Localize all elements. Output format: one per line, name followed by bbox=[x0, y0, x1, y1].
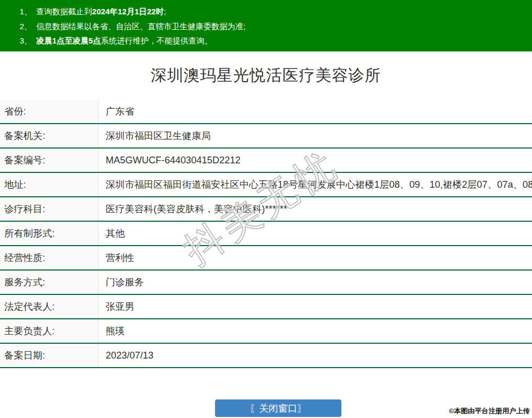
row-label: 服务方式: bbox=[0, 271, 99, 294]
title-section: 深圳澳玛星光悦活医疗美容诊所 bbox=[0, 51, 532, 100]
notice-line: 1、查询数据截止到2024年12月1日22时; bbox=[20, 4, 527, 19]
notice-text-bold: 2024年12月1日22时 bbox=[92, 7, 164, 16]
row-label: 备案机关: bbox=[0, 124, 99, 147]
notice-text-bold: 凌晨1点至凌晨5点 bbox=[36, 36, 101, 45]
row-value: 门诊服务 bbox=[99, 271, 532, 294]
row-label: 诊疗科目: bbox=[0, 197, 99, 221]
row-label: 所有制形式: bbox=[0, 222, 99, 245]
notice-text: ; bbox=[164, 7, 166, 16]
row-label: 地址: bbox=[0, 173, 99, 196]
row-value: 深圳市福田区福田街道福安社区中心五路18号星河发展中心裙楼1层08、09、10,… bbox=[99, 173, 532, 196]
table-row: 服务方式: 门诊服务 bbox=[0, 271, 532, 295]
info-table: 省份: 广东省 备案机关: 深圳市福田区卫生健康局 备案编号: MA5GWUCF… bbox=[0, 100, 532, 368]
table-row: 备案编号: MA5GWUCF-644030415D2212 bbox=[0, 149, 532, 173]
registration-info-page: 1、查询数据截止到2024年12月1日22时; 2、信息数据结果以各省、自治区、… bbox=[0, 0, 532, 418]
notice-line: 3、凌晨1点至凌晨5点系统进行维护，不能提供查询。 bbox=[20, 33, 527, 48]
notice-text: 系统进行维护，不能提供查询。 bbox=[101, 36, 212, 45]
row-label: 省份: bbox=[0, 100, 99, 123]
notice-line-number: 3、 bbox=[20, 36, 32, 45]
notice-text: 信息数据结果以各省、自治区、直辖市卫生健康委数据为准; bbox=[36, 22, 245, 31]
page-title: 深圳澳玛星光悦活医疗美容诊所 bbox=[151, 65, 381, 86]
table-row: 备案日期: 2023/07/13 bbox=[0, 344, 532, 368]
row-label: 备案日期: bbox=[0, 344, 99, 367]
row-label: 备案编号: bbox=[0, 149, 99, 172]
notice-text: 查询数据截止到 bbox=[36, 7, 92, 16]
notice-panel: 1、查询数据截止到2024年12月1日22时; 2、信息数据结果以各省、自治区、… bbox=[0, 0, 532, 51]
row-label: 法定代表人: bbox=[0, 295, 99, 318]
table-row: 省份: 广东省 bbox=[0, 100, 532, 124]
row-value: 医疗美容科(美容皮肤科，美容中医科)****** bbox=[99, 197, 532, 221]
image-credit-watermark: ©本图由平台注册用户上传 bbox=[449, 406, 530, 416]
row-value: 深圳市福田区卫生健康局 bbox=[99, 124, 532, 147]
notice-line: 2、信息数据结果以各省、自治区、直辖市卫生健康委数据为准; bbox=[20, 19, 527, 34]
table-row: 备案机关: 深圳市福田区卫生健康局 bbox=[0, 124, 532, 149]
row-value: 熊瑛 bbox=[99, 319, 532, 343]
notice-line-number: 1、 bbox=[20, 7, 32, 16]
row-label: 主要负责人: bbox=[0, 319, 99, 343]
row-value: 营利性 bbox=[99, 246, 532, 269]
row-value: MA5GWUCF-644030415D2212 bbox=[99, 149, 532, 172]
table-row: 诊疗科目: 医疗美容科(美容皮肤科，美容中医科)****** bbox=[0, 197, 532, 222]
table-row: 法定代表人: 张亚男 bbox=[0, 295, 532, 319]
row-value: 2023/07/13 bbox=[99, 344, 532, 367]
table-row: 所有制形式: 其他 bbox=[0, 222, 532, 246]
row-value: 其他 bbox=[99, 222, 532, 245]
table-row: 主要负责人: 熊瑛 bbox=[0, 319, 532, 344]
row-value: 广东省 bbox=[99, 100, 532, 123]
row-label: 经营性质: bbox=[0, 246, 99, 269]
row-value: 张亚男 bbox=[99, 295, 532, 318]
table-row: 经营性质: 营利性 bbox=[0, 246, 532, 271]
close-window-button[interactable]: 〖关闭窗口〗 bbox=[215, 399, 341, 417]
notice-line-number: 2、 bbox=[20, 22, 32, 31]
table-row: 地址: 深圳市福田区福田街道福安社区中心五路18号星河发展中心裙楼1层08、09… bbox=[0, 173, 532, 197]
